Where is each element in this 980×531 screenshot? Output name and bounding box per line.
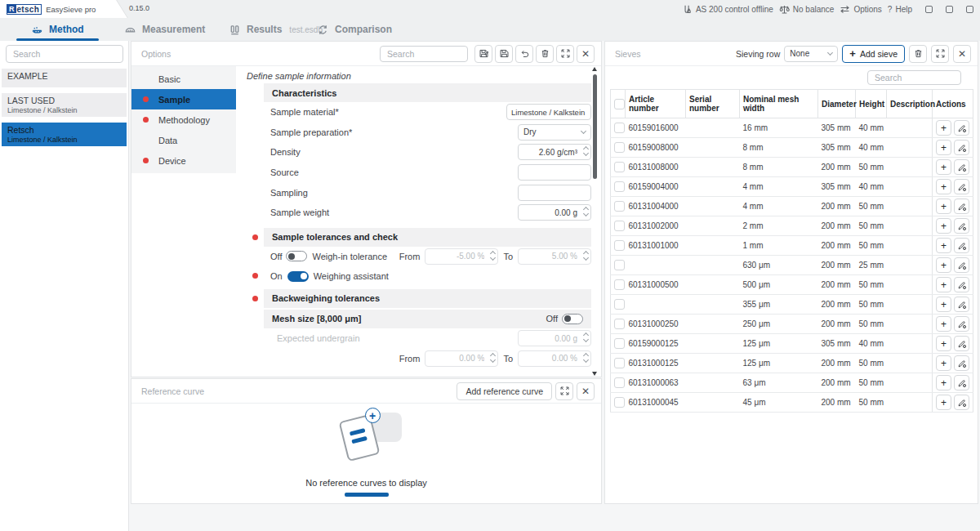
mesh-size-toggle[interactable] — [562, 314, 583, 324]
row-checkbox[interactable] — [614, 338, 625, 349]
options-nav-methodology[interactable]: Methodology — [131, 109, 236, 130]
undo-button[interactable] — [515, 45, 533, 63]
edit-sieve-button[interactable] — [954, 277, 969, 292]
add-sieve-to-stack-button[interactable]: + — [936, 199, 951, 214]
edit-sieve-button[interactable] — [954, 336, 969, 351]
method-search-input[interactable] — [6, 45, 123, 63]
delete-button[interactable] — [536, 45, 554, 63]
add-sieve-to-stack-button[interactable]: + — [936, 277, 951, 292]
tab-comparison[interactable]: Comparison — [317, 18, 392, 41]
add-sieve-to-stack-button[interactable]: + — [936, 375, 951, 390]
add-sieve-to-stack-button[interactable]: + — [936, 159, 951, 175]
row-checkbox[interactable] — [614, 358, 625, 368]
row-checkbox[interactable] — [614, 397, 625, 408]
balance-status[interactable]: No balance — [779, 4, 835, 15]
form-scrollbar[interactable] — [592, 69, 598, 374]
reference-expand-button[interactable] — [555, 382, 573, 400]
weigh-in-from-input[interactable] — [425, 248, 498, 265]
edit-sieve-button[interactable] — [954, 140, 969, 155]
sieving-row-select[interactable]: None — [784, 46, 838, 62]
scroll-up-arrow[interactable] — [592, 67, 597, 71]
method-list-item[interactable]: LAST USEDLimestone / Kalkstein — [2, 93, 127, 117]
expand-button[interactable] — [556, 45, 574, 63]
add-sieve-to-stack-button[interactable]: + — [936, 179, 951, 194]
edit-sieve-button[interactable] — [954, 375, 969, 390]
row-checkbox[interactable] — [614, 162, 625, 172]
sieves-search-input[interactable] — [867, 70, 961, 85]
sample-preparation-select[interactable]: Dry — [518, 124, 591, 141]
back-to-stepper[interactable] — [584, 354, 588, 362]
sieves-close-button[interactable]: ✕ — [953, 45, 971, 63]
options-nav-device[interactable]: Device — [131, 150, 236, 171]
add-sieve-to-stack-button[interactable]: + — [936, 316, 951, 332]
source-input[interactable] — [518, 164, 591, 181]
weigh-in-from-stepper[interactable] — [491, 252, 495, 260]
edit-sieve-button[interactable] — [954, 179, 969, 194]
row-checkbox[interactable] — [614, 221, 625, 231]
window-maximize-button[interactable] — [946, 6, 953, 13]
add-reference-curve-button[interactable]: Add reference curve — [457, 382, 552, 400]
row-checkbox[interactable] — [614, 319, 625, 329]
row-checkbox[interactable] — [614, 181, 625, 192]
scrollbar-thumb[interactable] — [593, 74, 597, 179]
edit-sieve-button[interactable] — [954, 395, 969, 410]
back-to-input[interactable] — [518, 350, 591, 367]
add-sieve-to-stack-button[interactable]: + — [936, 355, 951, 371]
close-options-button[interactable]: ✕ — [577, 45, 595, 63]
sample-weight-stepper[interactable] — [584, 207, 588, 216]
edit-sieve-button[interactable] — [954, 316, 969, 332]
add-sieve-to-stack-button[interactable]: + — [936, 297, 951, 312]
edit-sieve-button[interactable] — [954, 238, 969, 253]
sieves-expand-button[interactable] — [931, 45, 949, 63]
method-list-item[interactable]: RetschLimestone / Kalkstein — [2, 123, 127, 146]
reference-close-button[interactable]: ✕ — [577, 382, 595, 400]
add-sieve-to-stack-button[interactable]: + — [936, 120, 951, 136]
tab-results[interactable]: Results test.esdb — [229, 18, 323, 41]
help-button[interactable]: ? Help — [888, 5, 912, 14]
expected-undergrain-input[interactable] — [518, 330, 591, 346]
options-search-input[interactable] — [380, 46, 468, 62]
row-checkbox[interactable] — [614, 260, 625, 270]
row-checkbox[interactable] — [614, 279, 625, 290]
edit-sieve-button[interactable] — [954, 218, 969, 234]
options-menu-button[interactable]: Options — [840, 4, 881, 15]
tab-method[interactable]: Method — [31, 18, 84, 41]
row-checkbox[interactable] — [614, 123, 625, 133]
row-checkbox[interactable] — [614, 377, 625, 388]
add-sieve-to-stack-button[interactable]: + — [936, 336, 951, 351]
weigh-in-toggle[interactable] — [286, 251, 307, 261]
add-sieve-to-stack-button[interactable]: + — [936, 218, 951, 234]
sieves-delete-button[interactable] — [909, 45, 927, 63]
options-nav-basic[interactable]: Basic — [131, 69, 236, 89]
scroll-down-arrow[interactable] — [592, 372, 597, 376]
weigh-in-to-stepper[interactable] — [584, 252, 588, 260]
density-stepper[interactable] — [584, 147, 588, 155]
weigh-in-to-input[interactable] — [518, 248, 591, 265]
select-all-checkbox[interactable] — [614, 99, 625, 109]
edit-sieve-button[interactable] — [954, 355, 969, 371]
back-from-stepper[interactable] — [491, 354, 495, 362]
row-checkbox[interactable] — [614, 201, 625, 212]
density-input[interactable] — [518, 144, 591, 160]
add-sieve-to-stack-button[interactable]: + — [936, 238, 951, 253]
row-checkbox[interactable] — [614, 142, 625, 153]
add-sieve-to-stack-button[interactable]: + — [936, 140, 951, 155]
options-nav-sample[interactable]: Sample — [131, 89, 236, 109]
edit-sieve-button[interactable] — [954, 257, 969, 273]
options-nav-data[interactable]: Data — [131, 130, 236, 150]
save-button[interactable] — [495, 45, 513, 63]
window-minimize-button[interactable] — [925, 6, 933, 13]
window-close-button[interactable] — [966, 6, 973, 13]
edit-sieve-button[interactable] — [954, 199, 969, 214]
device-status[interactable]: AS 200 control offline — [682, 4, 773, 15]
sampling-input[interactable] — [518, 185, 591, 201]
row-checkbox[interactable] — [614, 299, 625, 310]
weighing-assistant-toggle[interactable] — [287, 271, 309, 282]
save-as-button[interactable] — [474, 45, 492, 63]
add-sieve-to-stack-button[interactable]: + — [936, 395, 951, 410]
row-checkbox[interactable] — [614, 240, 625, 251]
edit-sieve-button[interactable] — [954, 297, 969, 312]
add-sieve-button[interactable]: +Add sieve — [842, 45, 905, 63]
edit-sieve-button[interactable] — [954, 159, 969, 175]
sample-weight-input[interactable] — [518, 204, 591, 221]
